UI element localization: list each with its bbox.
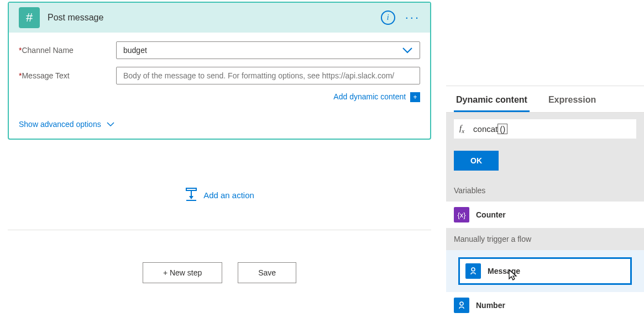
slack-icon: # xyxy=(19,7,40,28)
card-header: # Post message i ··· xyxy=(9,3,430,33)
message-text-row: *Message Text xyxy=(19,67,420,84)
svg-point-4 xyxy=(472,268,475,271)
svg-point-5 xyxy=(460,302,463,305)
item-number[interactable]: Number xyxy=(446,292,644,319)
add-action-button[interactable]: Add an action xyxy=(185,187,254,203)
fx-icon: fx xyxy=(459,124,464,134)
tab-expression[interactable]: Expression xyxy=(546,92,598,112)
expression-panel: Dynamic content Expression fx concat() O… xyxy=(446,86,644,319)
add-dynamic-content-link[interactable]: Add dynamic content + xyxy=(333,92,420,101)
svg-marker-2 xyxy=(189,196,193,199)
item-counter[interactable]: {x} Counter xyxy=(446,202,644,228)
chevron-down-icon xyxy=(402,47,413,54)
variable-icon: {x} xyxy=(454,207,469,222)
channel-select[interactable]: budget xyxy=(116,41,420,59)
show-advanced-link[interactable]: Show advanced options xyxy=(19,120,420,129)
expression-input[interactable]: fx concat() xyxy=(454,119,636,139)
message-label: *Message Text xyxy=(19,71,116,80)
message-input[interactable] xyxy=(116,67,420,84)
channel-name-row: *Channel Name budget xyxy=(19,41,420,59)
item-message[interactable]: Message xyxy=(458,257,632,285)
ok-button[interactable]: OK xyxy=(454,151,499,171)
more-icon[interactable]: ··· xyxy=(405,15,420,20)
category-trigger: Manually trigger a flow xyxy=(446,228,644,250)
channel-label: *Channel Name xyxy=(19,46,116,55)
new-step-button[interactable]: + New step xyxy=(143,262,222,283)
insert-step-icon xyxy=(185,187,198,203)
category-variables: Variables xyxy=(446,179,644,202)
info-icon[interactable]: i xyxy=(381,10,395,25)
chevron-down-icon xyxy=(107,120,114,129)
card-title: Post message xyxy=(48,13,381,23)
add-dynamic-badge-icon: + xyxy=(410,92,420,102)
trigger-param-icon xyxy=(465,263,481,279)
tab-dynamic-content[interactable]: Dynamic content xyxy=(454,92,530,112)
post-message-card: # Post message i ··· *Channel Name budge… xyxy=(8,2,431,140)
svg-rect-0 xyxy=(186,188,196,190)
trigger-param-icon xyxy=(454,298,469,313)
save-button[interactable]: Save xyxy=(238,262,296,283)
